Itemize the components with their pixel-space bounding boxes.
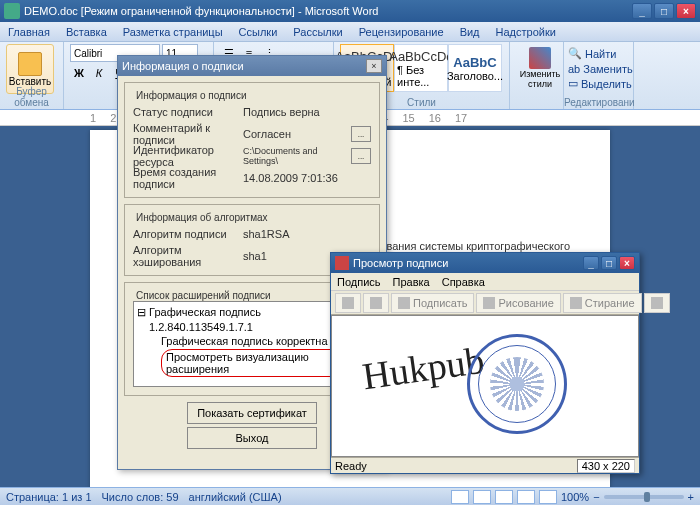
changestyles-icon — [529, 47, 551, 69]
maximize-button[interactable]: □ — [654, 3, 674, 19]
tab-review[interactable]: Рецензирование — [359, 26, 444, 38]
status-label: Статус подписи — [133, 106, 243, 118]
view-draft-button[interactable] — [539, 490, 557, 504]
paste-label: Вставить — [9, 76, 51, 87]
clipboard-icon — [18, 52, 42, 76]
dialog2-minimize-button[interactable]: _ — [583, 256, 599, 270]
exit-button[interactable]: Выход — [187, 427, 317, 449]
dialog2-title: Просмотр подписи — [353, 257, 583, 269]
sigalg-label: Алгоритм подписи — [133, 228, 243, 240]
status-ready: Ready — [335, 460, 367, 472]
open-button[interactable] — [335, 293, 361, 313]
time-value: 14.08.2009 7:01:36 — [243, 172, 371, 184]
find-button[interactable]: 🔍Найти — [568, 46, 629, 61]
tab-home[interactable]: Главная — [8, 26, 50, 38]
status-words[interactable]: Число слов: 59 — [102, 491, 179, 503]
erase-button[interactable]: Стирание — [563, 293, 642, 313]
app-icon — [335, 256, 349, 270]
status-bar: Страница: 1 из 1 Число слов: 59 английск… — [0, 487, 700, 505]
dialog2-menubar: Подпись Правка Справка — [331, 273, 639, 291]
status-dimensions: 430 x 220 — [577, 459, 635, 473]
tab-references[interactable]: Ссылки — [239, 26, 278, 38]
status-lang[interactable]: английский (США) — [189, 491, 282, 503]
hashalg-label: Алгоритм хэширования — [133, 244, 243, 268]
menu-edit[interactable]: Правка — [393, 276, 430, 288]
stamp-seal — [467, 334, 567, 434]
view-web-button[interactable] — [495, 490, 513, 504]
close-button[interactable]: × — [676, 3, 696, 19]
eraser-icon — [570, 297, 582, 309]
sigalg-value: sha1RSA — [243, 228, 371, 240]
resource-label: Идентификатор ресурса — [133, 144, 243, 168]
signature-viewer-dialog: Просмотр подписи _ □ × Подпись Правка Сп… — [330, 252, 640, 474]
change-styles-button[interactable]: Изменить стили — [516, 44, 564, 92]
select-button[interactable]: ▭Выделить — [568, 76, 629, 91]
style-nospacing[interactable]: AaBbCcDc ¶ Без инте... — [394, 44, 448, 92]
comment-value: Согласен — [243, 128, 351, 140]
show-certificate-button[interactable]: Показать сертификат — [187, 402, 317, 424]
group-editing-label: Редактировани — [564, 97, 633, 108]
italic-button[interactable]: К — [90, 64, 108, 82]
resource-value: C:\Documents and Settings\ — [243, 146, 351, 166]
view-outline-button[interactable] — [517, 490, 535, 504]
ribbon-tabs: Главная Вставка Разметка страницы Ссылки… — [0, 22, 700, 42]
magnifier-icon — [651, 297, 663, 309]
resource-browse-button[interactable]: ... — [351, 148, 371, 164]
group1-legend: Информация о подписи — [133, 90, 250, 101]
dialog2-titlebar[interactable]: Просмотр подписи _ □ × — [331, 253, 639, 273]
style-heading1[interactable]: AaBbC Заголово... — [448, 44, 502, 92]
zoom-in-button[interactable]: + — [688, 491, 694, 503]
comment-browse-button[interactable]: ... — [351, 126, 371, 142]
zoom-out-button[interactable]: − — [593, 491, 599, 503]
dialog2-maximize-button[interactable]: □ — [601, 256, 617, 270]
group2-legend: Информация об алгоритмах — [133, 212, 271, 223]
tab-addins[interactable]: Надстройки — [496, 26, 556, 38]
dialog1-title: Информация о подписи — [122, 60, 366, 72]
tab-pagelayout[interactable]: Разметка страницы — [123, 26, 223, 38]
signature-canvas[interactable]: Hukpub — [331, 315, 639, 457]
draw-button[interactable]: Рисование — [476, 293, 560, 313]
group-clipboard-label: Буфер обмена — [0, 86, 63, 108]
pencil-icon — [483, 297, 495, 309]
bold-button[interactable]: Ж — [70, 64, 88, 82]
dialog1-close-button[interactable]: × — [366, 59, 382, 73]
dialog2-statusbar: Ready 430 x 220 — [331, 457, 639, 473]
find-icon: 🔍 — [568, 47, 582, 60]
disk-icon — [370, 297, 382, 309]
menu-signature[interactable]: Подпись — [337, 276, 381, 288]
minimize-button[interactable]: _ — [632, 3, 652, 19]
save-button[interactable] — [363, 293, 389, 313]
replace-button[interactable]: abЗаменить — [568, 61, 629, 76]
signature-info-group: Информация о подписи Статус подписиПодпи… — [124, 82, 380, 198]
zoom-level[interactable]: 100% — [561, 491, 589, 503]
change-styles-label: Изменить стили — [516, 69, 564, 89]
status-value: Подпись верна — [243, 106, 371, 118]
sign-button[interactable]: Подписать — [391, 293, 474, 313]
menu-help[interactable]: Справка — [442, 276, 485, 288]
tab-insert[interactable]: Вставка — [66, 26, 107, 38]
tab-mailings[interactable]: Рассылки — [293, 26, 342, 38]
group3-legend: Список расширений подписи — [133, 290, 274, 301]
dialog2-close-button[interactable]: × — [619, 256, 635, 270]
select-icon: ▭ — [568, 77, 578, 90]
zoom-slider[interactable] — [604, 495, 684, 499]
main-titlebar: DEMO.doc [Режим ограниченной функциональ… — [0, 0, 700, 22]
tab-view[interactable]: Вид — [460, 26, 480, 38]
zoom-button[interactable] — [644, 293, 670, 313]
dialog1-titlebar[interactable]: Информация о подписи × — [118, 56, 386, 76]
replace-icon: ab — [568, 63, 580, 75]
folder-icon — [342, 297, 354, 309]
view-print-button[interactable] — [451, 490, 469, 504]
window-title: DEMO.doc [Режим ограниченной функциональ… — [24, 5, 632, 17]
word-icon — [4, 3, 20, 19]
status-page[interactable]: Страница: 1 из 1 — [6, 491, 92, 503]
view-fullscreen-button[interactable] — [473, 490, 491, 504]
pen-icon — [398, 297, 410, 309]
time-label: Время создания подписи — [133, 166, 243, 190]
dialog2-toolbar: Подписать Рисование Стирание — [331, 291, 639, 315]
comment-label: Комментарий к подписи — [133, 122, 243, 146]
